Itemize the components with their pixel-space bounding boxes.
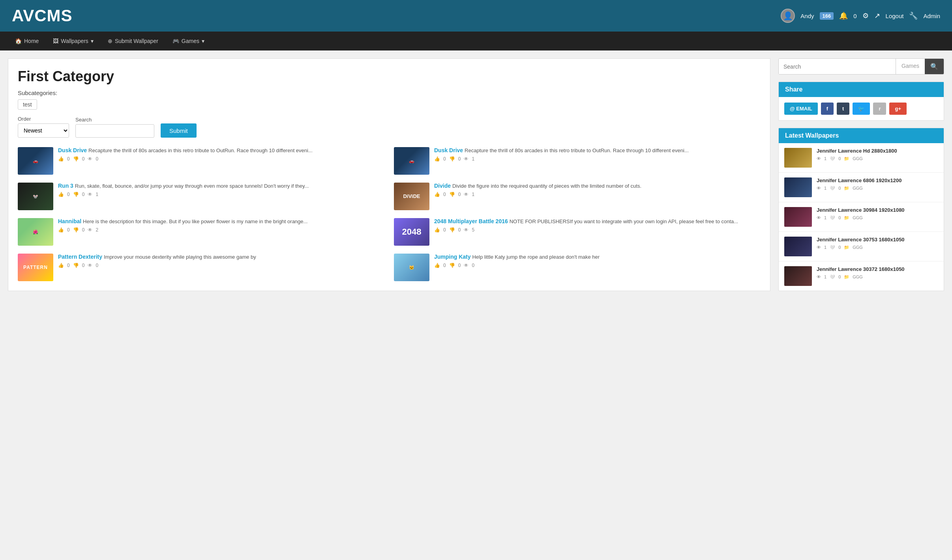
game-info: Dusk Drive Recapture the thrill of 80s a… xyxy=(434,147,761,162)
view-count: 1 xyxy=(824,274,826,279)
eye-icon: 👁 xyxy=(817,274,821,279)
search-games-label: Games xyxy=(896,59,925,74)
settings-icon[interactable]: ⚙ xyxy=(862,11,869,20)
game-info: Run 3 Run, skate, float, bounce, and/or … xyxy=(58,183,384,197)
folder-name: GGG xyxy=(853,156,863,161)
up-count: 0 xyxy=(67,227,70,233)
like-icon: 🤍 xyxy=(830,215,835,220)
down-count: 0 xyxy=(82,192,85,197)
eye-icon: 👁 xyxy=(464,156,469,162)
nav-home[interactable]: 🏠 Home xyxy=(8,32,46,50)
game-info: Jumping Katy Help little Katy jump the r… xyxy=(434,254,761,268)
nav-games[interactable]: 🎮 Games ▾ xyxy=(165,32,212,50)
search-input[interactable] xyxy=(779,59,896,74)
share-tumblr-button[interactable]: t xyxy=(837,103,849,115)
game-thumbnail: DiViDE xyxy=(394,183,429,210)
wallpaper-title[interactable]: Jennifer Lawrence 30984 1920x1080 xyxy=(817,207,938,214)
down-count: 0 xyxy=(458,156,461,162)
up-count: 0 xyxy=(443,156,446,162)
logo[interactable]: AVCMS xyxy=(12,6,73,25)
wallpaper-title[interactable]: Jennifer Lawrence Hd 2880x1800 xyxy=(817,148,938,155)
folder-icon: 📁 xyxy=(844,215,849,220)
game-stats: 👍 0 👎 0 👁 1 xyxy=(434,156,761,162)
down-count: 0 xyxy=(458,263,461,268)
wallpaper-title[interactable]: Jennifer Lawrence 6806 1920x1200 xyxy=(817,177,938,184)
game-thumbnail: 🚗 xyxy=(18,147,53,175)
filter-submit-button[interactable]: Submit xyxy=(161,123,197,138)
game-title[interactable]: Hannibal xyxy=(58,218,81,224)
game-title[interactable]: Run 3 xyxy=(58,183,73,189)
game-item: 🌺 Hannibal Here is the description for t… xyxy=(18,218,384,246)
folder-name: GGG xyxy=(853,274,863,279)
view-count: 0 xyxy=(472,263,474,268)
folder-name: GGG xyxy=(853,245,863,250)
game-item: 🐭 Run 3 Run, skate, float, bounce, and/o… xyxy=(18,183,384,210)
wrench-icon: 🔧 xyxy=(909,11,918,20)
share-email-button[interactable]: @ EMAIL xyxy=(784,103,818,115)
game-thumbnail: 2048 xyxy=(394,218,429,246)
thumbs-down-icon: 👎 xyxy=(73,156,79,162)
game-title[interactable]: Dusk Drive xyxy=(58,147,87,153)
search-button[interactable]: 🔍 xyxy=(925,59,944,74)
nav-wallpapers[interactable]: 🖼 Wallpapers ▾ xyxy=(46,32,101,50)
game-title[interactable]: Jumping Katy xyxy=(434,254,471,260)
latest-wallpapers-header: Latest Wallpapers xyxy=(779,128,944,143)
page-title: First Category xyxy=(18,68,761,85)
nav-submit-wallpaper[interactable]: ⊕ Submit Wallpaper xyxy=(101,32,165,50)
up-count: 0 xyxy=(443,192,446,197)
game-info: Pattern Dexterity Improve your mouse dex… xyxy=(58,254,384,268)
game-item: PATTERN Pattern Dexterity Improve your m… xyxy=(18,254,384,281)
order-label: Order xyxy=(18,116,69,122)
subcategory-tag[interactable]: test xyxy=(18,99,37,110)
like-icon: 🤍 xyxy=(830,274,835,280)
down-count: 0 xyxy=(82,263,85,268)
like-count: 0 xyxy=(838,186,841,190)
view-count: 0 xyxy=(96,156,98,162)
game-thumbnail: 🚗 xyxy=(394,147,429,175)
game-stats: 👍 0 👎 0 👁 5 xyxy=(434,227,761,233)
thumbs-down-icon: 👎 xyxy=(449,192,455,197)
view-count: 1 xyxy=(96,192,98,197)
thumbs-down-icon: 👎 xyxy=(73,227,79,233)
wallpaper-title[interactable]: Jennifer Lawrence 30372 1680x1050 xyxy=(817,266,938,273)
game-title[interactable]: Pattern Dexterity xyxy=(58,254,102,260)
admin-link[interactable]: Admin xyxy=(923,13,940,19)
order-select[interactable]: Newest Oldest Most Viewed xyxy=(18,123,69,138)
thumbs-down-icon: 👎 xyxy=(73,263,79,268)
share-widget: Share @ EMAIL f t 🐦 r g+ xyxy=(778,82,944,121)
game-description: Here is the description for this image. … xyxy=(83,218,307,224)
share-gplus-button[interactable]: g+ xyxy=(889,103,907,115)
game-title[interactable]: Dusk Drive xyxy=(434,147,463,153)
share-reddit-button[interactable]: r xyxy=(873,103,886,115)
share-widget-header: Share xyxy=(779,82,944,97)
share-twitter-button[interactable]: 🐦 xyxy=(853,103,870,115)
thumbs-up-icon: 👍 xyxy=(58,263,64,268)
share-facebook-button[interactable]: f xyxy=(821,103,834,115)
folder-name: GGG xyxy=(853,186,863,190)
filter-row: Order Newest Oldest Most Viewed Search S… xyxy=(18,116,761,138)
games-chevron: ▾ xyxy=(202,38,204,44)
folder-icon: 📁 xyxy=(844,156,849,161)
eye-icon: 👁 xyxy=(817,186,821,190)
header-right: 👤 Andy 166 🔔 0 ⚙ ↗ Logout 🔧 Admin xyxy=(781,9,940,23)
sidebar: Games 🔍 Share @ EMAIL f t 🐦 r g+ Latest … xyxy=(778,58,944,291)
share-icon[interactable]: ↗ xyxy=(874,11,880,20)
eye-icon: 👁 xyxy=(88,263,92,268)
subcategories-label: Subcategories: xyxy=(18,90,761,96)
thumbs-down-icon: 👎 xyxy=(449,227,455,233)
view-count: 1 xyxy=(824,215,826,220)
notifications-icon[interactable]: 🔔 xyxy=(839,11,848,20)
game-title[interactable]: Divide xyxy=(434,183,451,189)
image-icon: 🖼 xyxy=(53,38,58,44)
thumbs-down-icon: 👎 xyxy=(73,192,79,197)
thumbs-up-icon: 👍 xyxy=(434,227,440,233)
game-thumbnail: 🐭 xyxy=(18,183,53,210)
game-title[interactable]: 2048 Multiplayer Battle 2016 xyxy=(434,218,508,224)
view-count: 1 xyxy=(824,156,826,161)
search-filter-input[interactable] xyxy=(75,124,154,138)
eye-icon: 👁 xyxy=(817,245,821,250)
game-item: DiViDE Divide Divide the figure into the… xyxy=(394,183,761,210)
logout-link[interactable]: Logout xyxy=(886,13,904,19)
wallpaper-title[interactable]: Jennifer Lawrence 30753 1680x1050 xyxy=(817,237,938,243)
view-count: 5 xyxy=(472,227,474,233)
